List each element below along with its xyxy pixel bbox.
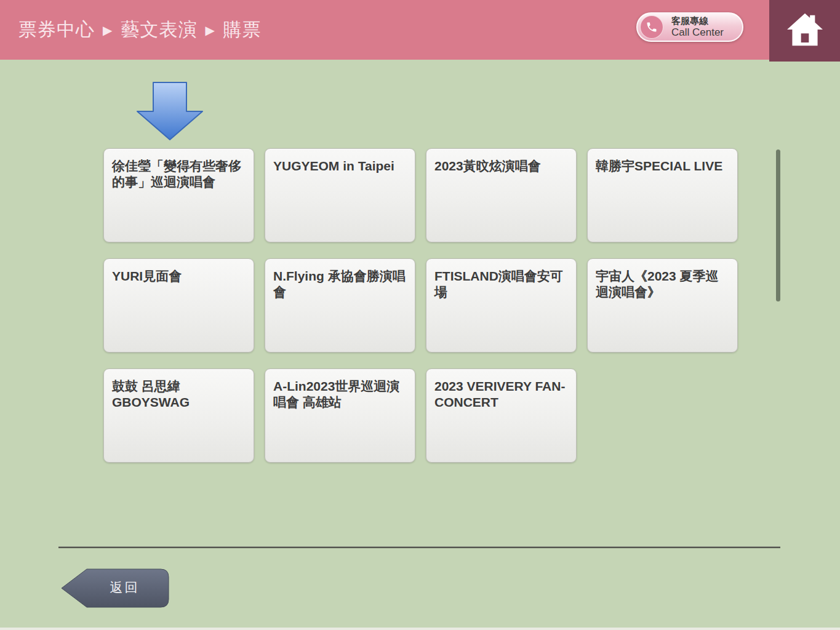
footer-divider <box>58 546 780 548</box>
call-center-button[interactable]: 客服專線 Call Center <box>636 12 743 42</box>
call-center-label: 客服專線 Call Center <box>671 16 724 38</box>
event-card[interactable]: YUGYEOM in Taipei <box>265 148 415 242</box>
phone-icon <box>640 15 663 39</box>
breadcrumb-separator-icon: ▶ <box>205 23 215 38</box>
home-icon <box>785 12 825 50</box>
breadcrumb-separator-icon: ▶ <box>103 23 113 38</box>
call-center-label-zh: 客服專線 <box>671 16 724 26</box>
event-card[interactable]: 宇宙人《2023 夏季巡迴演唱會》 <box>587 258 738 353</box>
back-button-label: 返回 <box>77 568 172 607</box>
breadcrumb-item-arts-performance: 藝文表演 <box>121 17 197 42</box>
down-arrow-icon <box>136 82 204 143</box>
call-center-label-en: Call Center <box>671 26 724 38</box>
event-card[interactable]: YURI見面會 <box>103 258 254 353</box>
breadcrumb-item-buy-ticket: 購票 <box>223 17 262 42</box>
event-card[interactable]: FTISLAND演唱會安可場 <box>426 258 577 353</box>
event-card[interactable]: 鼓鼓 呂思緯 GBOYSWAG <box>103 369 254 463</box>
event-card[interactable]: A‐Lin2023世界巡迴演唱會 高雄站 <box>265 369 415 463</box>
scrollbar-thumb[interactable] <box>776 150 780 301</box>
breadcrumb-item-ticket-center: 票券中心 <box>18 17 95 42</box>
event-card[interactable]: 2023 VERIVERY FAN-CONCERT <box>426 369 577 463</box>
event-card[interactable]: 韓勝宇SPECIAL LIVE <box>587 148 738 242</box>
breadcrumb: 票券中心 ▶ 藝文表演 ▶ 購票 <box>18 0 262 60</box>
event-card[interactable]: 徐佳瑩「變得有些奢侈的事」巡迴演唱會 <box>103 148 254 242</box>
event-grid: 徐佳瑩「變得有些奢侈的事」巡迴演唱會 YUGYEOM in Taipei 202… <box>103 148 738 463</box>
back-button[interactable]: 返回 <box>58 568 172 608</box>
header-bar: 票券中心 ▶ 藝文表演 ▶ 購票 客服專線 Call Center <box>0 0 840 60</box>
screen-edge <box>0 628 840 630</box>
event-card[interactable]: 2023黃旼炫演唱會 <box>426 148 577 242</box>
event-card[interactable]: N.Flying 承協會勝演唱會 <box>265 258 415 353</box>
home-button[interactable] <box>769 0 840 62</box>
